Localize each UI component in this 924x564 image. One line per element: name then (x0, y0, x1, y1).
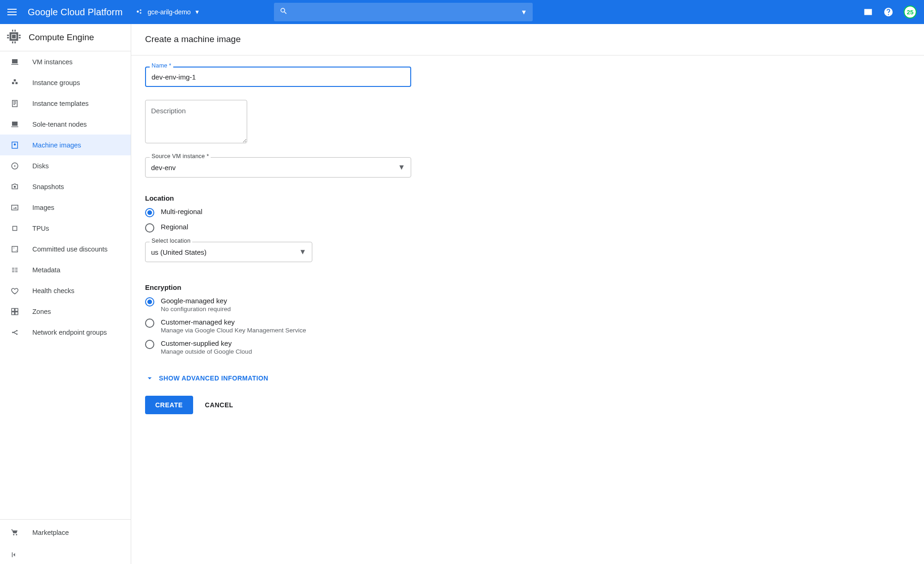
create-button[interactable]: CREATE (145, 396, 193, 414)
encryption-radio-google-managed-key[interactable]: Google-managed keyNo configuration requi… (145, 297, 542, 313)
cloud-shell-icon[interactable] (863, 7, 873, 17)
sidebar-item-label: Network endpoint groups (32, 329, 107, 336)
sidebar-item-machine-images[interactable]: Machine images (0, 135, 131, 155)
neg-icon (10, 328, 19, 337)
page-title: Create a machine image (131, 24, 924, 55)
sidebar-item-vm-instances[interactable]: VM instances (0, 51, 131, 72)
radio-icon (145, 340, 154, 349)
hamburger-menu-icon[interactable] (7, 6, 18, 18)
location-select[interactable]: Select location us (United States) ▼ (145, 242, 312, 262)
name-field[interactable]: Name * (145, 67, 411, 87)
radio-label: Customer-supplied key (161, 339, 252, 347)
service-title: Compute Engine (29, 32, 94, 43)
chevron-down-icon (145, 374, 154, 383)
sidebar-item-label: Committed use discounts (32, 245, 108, 253)
snapshot-icon (10, 182, 19, 191)
sidebar-item-label: VM instances (32, 58, 73, 66)
gcp-logo[interactable]: Google Cloud Platform (28, 7, 122, 18)
sidebar-item-sole-tenant-nodes[interactable]: Sole-tenant nodes (0, 114, 131, 135)
cancel-button[interactable]: CANCEL (205, 401, 233, 409)
meta-icon (10, 265, 19, 275)
project-name: gce-arilg-demo (147, 8, 190, 16)
radio-sublabel: Manage via Google Cloud Key Management S… (161, 327, 306, 334)
location-select-value: us (United States) (151, 248, 207, 256)
radio-label: Google-managed key (161, 297, 231, 305)
search-caret-down-icon[interactable]: ▼ (521, 8, 527, 16)
sidebar-item-label: Instance groups (32, 79, 80, 86)
location-heading: Location (145, 194, 542, 202)
svg-point-9 (12, 331, 13, 333)
compute-engine-icon (6, 29, 21, 46)
sidebar-item-snapshots[interactable]: Snapshots (0, 176, 131, 197)
sidebar-item-label: Instance templates (32, 100, 89, 107)
search-icon (280, 7, 288, 17)
encryption-radio-customer-managed-key[interactable]: Customer-managed keyManage via Google Cl… (145, 318, 542, 334)
credit-badge[interactable]: 25 (904, 6, 917, 18)
help-icon[interactable] (883, 7, 894, 17)
show-advanced-toggle[interactable]: SHOW ADVANCED INFORMATION (145, 374, 542, 383)
main-content: Create a machine image Name * Source VM … (131, 24, 924, 564)
sidebar-item-metadata[interactable]: Metadata (0, 259, 131, 280)
sidebar-item-instance-templates[interactable]: Instance templates (0, 93, 131, 114)
tpu-icon (10, 224, 19, 233)
radio-label: Multi-regional (161, 208, 202, 215)
radio-sublabel: Manage outside of Google Cloud (161, 348, 252, 355)
sidebar-item-tpus[interactable]: TPUs (0, 218, 131, 239)
description-field[interactable] (145, 100, 411, 145)
svg-point-7 (14, 165, 16, 166)
search-input[interactable] (292, 8, 521, 16)
description-input[interactable] (145, 100, 247, 143)
caret-down-icon: ▼ (398, 163, 405, 172)
sidebar-item-instance-groups[interactable]: Instance groups (0, 72, 131, 93)
svg-point-2 (140, 12, 142, 14)
sidebar-item-label: Snapshots (32, 183, 64, 190)
location-radio-multi-regional[interactable]: Multi-regional (145, 208, 542, 217)
location-radio-regional[interactable]: Regional (145, 223, 542, 233)
sidebar-item-images[interactable]: Images (0, 197, 131, 218)
sidebar-item-health-checks[interactable]: Health checks (0, 280, 131, 301)
radio-sublabel: No configuration required (161, 306, 231, 313)
sidebar-item-label: Disks (32, 162, 49, 170)
project-icon (135, 7, 144, 17)
sidebar-item-disks[interactable]: Disks (0, 155, 131, 176)
location-select-label: Select location (150, 238, 192, 244)
sidebar-item-label: Machine images (32, 141, 81, 149)
encryption-heading: Encryption (145, 283, 542, 291)
caret-down-icon: ▼ (299, 248, 306, 256)
marketplace-icon (10, 528, 19, 537)
collapse-sidebar-button[interactable] (0, 546, 131, 564)
svg-point-5 (14, 143, 16, 146)
sidebar-item-label: Images (32, 204, 55, 211)
template-icon (10, 99, 19, 108)
image-icon (10, 203, 19, 212)
source-vm-value: dev-env (151, 164, 176, 172)
name-input[interactable] (152, 73, 405, 81)
svg-point-0 (137, 10, 139, 12)
sidebar-item-committed-use-discounts[interactable]: Committed use discounts (0, 239, 131, 259)
radio-label: Customer-managed key (161, 318, 306, 326)
zones-icon (10, 307, 19, 316)
topbar: Google Cloud Platform gce-arilg-demo ▼ ▼… (0, 0, 924, 24)
svg-rect-4 (12, 35, 16, 38)
search-bar[interactable]: ▼ (274, 3, 533, 21)
group-icon (10, 78, 19, 87)
node-icon (10, 120, 19, 129)
radio-icon (145, 319, 154, 328)
encryption-radio-customer-supplied-key[interactable]: Customer-supplied keyManage outside of G… (145, 339, 542, 355)
radio-icon (145, 297, 154, 307)
sidebar-item-label: TPUs (32, 225, 49, 232)
vm-icon (10, 57, 19, 67)
source-vm-select[interactable]: Source VM instance * dev-env ▼ (145, 157, 411, 178)
source-vm-label: Source VM instance * (150, 153, 211, 159)
svg-point-11 (16, 333, 18, 335)
sidebar-item-zones[interactable]: Zones (0, 301, 131, 322)
sidebar-item-marketplace[interactable]: Marketplace (0, 520, 131, 546)
machineimage-icon (10, 141, 19, 150)
caret-down-icon: ▼ (195, 9, 200, 15)
sidebar-item-label: Sole-tenant nodes (32, 121, 87, 128)
project-picker[interactable]: gce-arilg-demo ▼ (135, 7, 200, 17)
sidebar-item-label: Zones (32, 308, 51, 315)
sidebar-item-network-endpoint-groups[interactable]: Network endpoint groups (0, 322, 131, 343)
show-advanced-label: SHOW ADVANCED INFORMATION (159, 374, 268, 382)
radio-icon (145, 223, 154, 233)
